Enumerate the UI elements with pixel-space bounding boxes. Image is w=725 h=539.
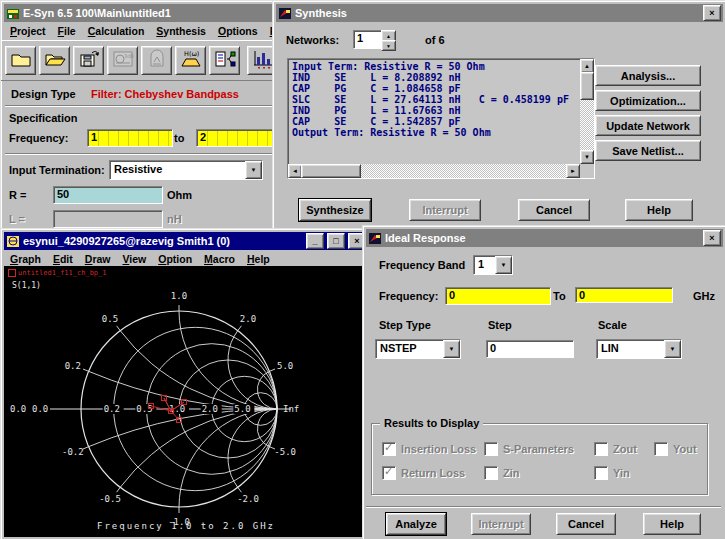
esyn-app-icon[interactable] [6, 7, 20, 20]
close-icon[interactable]: × [703, 230, 721, 246]
scroll-left-icon[interactable]: ◄ [288, 164, 302, 178]
scroll-up-icon[interactable]: ▲ [580, 59, 594, 73]
smith-chart-plot: 0.20.51.02.05.0-0.2-0.5-1.0-2.0-5.00.00.… [4, 266, 368, 537]
chevron-down-icon[interactable]: ▼ [443, 340, 460, 358]
networks-spin-down-icon[interactable]: ▼ [381, 40, 396, 51]
design-type-label: Design Type [11, 88, 76, 100]
svg-text:5.0: 5.0 [234, 404, 250, 414]
synthesis-dialog-icon[interactable] [278, 7, 292, 20]
input-termination-select[interactable]: Resistive ▼ [109, 160, 263, 180]
save-netlist-button[interactable]: Save Netlist... [595, 140, 701, 161]
r-unit-label: Ohm [167, 189, 192, 201]
synthesize-button[interactable]: Synthesize [299, 199, 371, 221]
cancel-button[interactable]: Cancel [518, 199, 590, 221]
menu-help[interactable]: Help [241, 252, 276, 266]
esyn-main-window: E-Syn 6.5 100\Main\untitled1 Project Fil… [0, 0, 286, 240]
cancel-button[interactable]: Cancel [556, 513, 616, 535]
menu-options[interactable]: Options [212, 24, 264, 38]
new-project-button[interactable] [5, 46, 36, 75]
interrupt-button: Interrupt [409, 199, 481, 221]
ideal-response-titlebar[interactable]: Ideal Response × [366, 229, 723, 247]
esyn-titlebar[interactable]: E-Syn 6.5 100\Main\untitled1 [4, 4, 282, 22]
optimization-button[interactable]: Optimization... [595, 90, 701, 111]
menu-project[interactable]: Project [4, 24, 52, 38]
smith-titlebar[interactable]: esynui_4290927265@razevig Smith1 (0) _ □… [4, 232, 368, 250]
l-unit-label: nH [167, 213, 182, 225]
help-button[interactable]: Help [643, 513, 701, 535]
menu-graph[interactable]: Graph [4, 252, 47, 266]
svg-text:0.2: 0.2 [65, 361, 81, 371]
save-button[interactable] [73, 46, 104, 75]
design-type-value: Filter: Chebyshev Bandpass [91, 88, 239, 100]
ideal-response-dialog: Ideal Response × Frequency Band 1 ▼ Freq… [362, 225, 725, 539]
checkbox-icon [654, 442, 668, 456]
svg-text:0.0: 0.0 [10, 404, 26, 414]
open-project-button[interactable] [39, 46, 70, 75]
filter-response-button[interactable]: H(ω) [175, 46, 206, 75]
networks-input[interactable]: 1 [353, 30, 383, 49]
divider [5, 153, 279, 155]
menu-option[interactable]: Option [152, 252, 198, 266]
help-button[interactable]: Help [625, 199, 693, 221]
svg-text:0.5: 0.5 [102, 314, 118, 324]
checkbox-label: Yout [673, 443, 697, 455]
smith-caption: Frequency 1.0 to 2.0 GHz [4, 521, 368, 531]
netlist-line: IND SE L = 8.208892 nH [288, 72, 594, 83]
close-icon[interactable]: × [703, 5, 721, 21]
scale-select[interactable]: LIN ▼ [596, 339, 682, 359]
vertical-scrollbar[interactable]: ▲ ▼ [580, 59, 594, 164]
ideal-response-title: Ideal Response [385, 232, 700, 244]
menu-view[interactable]: View [116, 252, 152, 266]
chevron-down-icon[interactable]: ▼ [245, 161, 262, 179]
new-project-icon [9, 49, 33, 72]
menu-macro[interactable]: Macro [198, 252, 241, 266]
step-input[interactable]: 0 [486, 340, 574, 358]
frequency-band-select[interactable]: 1 ▼ [473, 255, 513, 275]
frequency-from-input[interactable]: 1 [87, 129, 173, 147]
maximize-icon[interactable]: □ [327, 233, 345, 249]
chevron-down-icon[interactable]: ▼ [495, 256, 512, 274]
svg-text:2.0: 2.0 [240, 314, 256, 324]
ideal-response-dialog-icon[interactable] [368, 232, 382, 245]
scrollbar-thumb[interactable] [580, 72, 594, 100]
divider [366, 506, 721, 508]
svg-text:3dB: 3dB [124, 53, 134, 59]
checkbox-label: Yin [613, 467, 630, 479]
chevron-down-icon[interactable]: ▼ [664, 340, 681, 358]
update-network-button[interactable]: Update Network [595, 115, 701, 136]
frequency-label: Frequency: [9, 132, 68, 144]
network-listbox[interactable]: Input Term: Resistive R = 50 Ohm IND SE … [287, 58, 595, 179]
specification-label: Specification [9, 112, 77, 124]
ideal-frequency-to-input[interactable]: 0 [575, 287, 673, 303]
s-parameters-checkbox: S-Parameters [484, 442, 574, 456]
return-loss-checkbox: Return Loss [382, 466, 465, 480]
scrollbar-thumb[interactable] [301, 164, 361, 178]
checkbox-icon [382, 466, 396, 480]
svg-text:-0.2: -0.2 [62, 447, 84, 457]
horizontal-scrollbar[interactable]: ◄ ► [288, 164, 580, 178]
synthesis-titlebar[interactable]: Synthesis × [276, 4, 723, 22]
menu-calculation[interactable]: Calculation [82, 24, 151, 38]
yout-checkbox: Yout [654, 442, 697, 456]
to-label: to [174, 132, 184, 144]
checkbox-label: Zout [613, 443, 637, 455]
analyze-button[interactable]: Analyze [386, 513, 446, 535]
menu-synthesis[interactable]: Synthesis [150, 24, 212, 38]
scroll-right-icon[interactable]: ► [566, 164, 580, 178]
menu-file[interactable]: File [52, 24, 82, 38]
scroll-down-icon[interactable]: ▼ [580, 150, 594, 164]
analysis-button[interactable]: Analysis... [595, 65, 701, 86]
step-type-select[interactable]: NSTEP ▼ [375, 339, 461, 359]
synthesis-network-button[interactable] [209, 46, 240, 75]
menu-draw[interactable]: Draw [79, 252, 117, 266]
svg-text:5.0: 5.0 [277, 361, 293, 371]
insertion-loss-checkbox: Insertion Loss [382, 442, 476, 456]
smith-window-icon[interactable] [6, 235, 20, 248]
synthesis-dialog: Synthesis × Networks: 1 ▲ ▼ of 6 Input T… [272, 0, 725, 233]
networks-label: Networks: [286, 34, 339, 46]
menu-edit[interactable]: Edit [47, 252, 79, 266]
trace-legend-marker-icon [8, 269, 16, 277]
minimize-icon[interactable]: _ [306, 233, 324, 249]
ideal-frequency-from-input[interactable]: 0 [445, 287, 551, 305]
r-value-input[interactable]: 50 [53, 186, 163, 204]
